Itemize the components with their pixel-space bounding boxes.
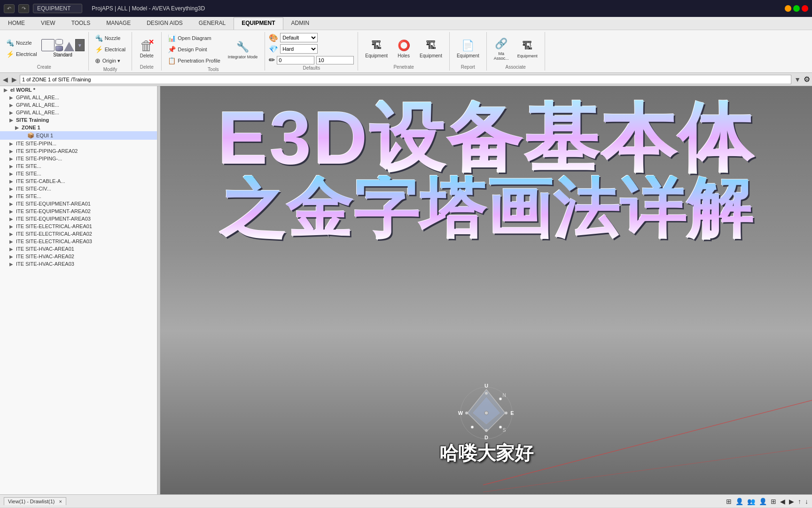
status-person3-icon[interactable]: 👤 [759,498,767,505]
redo-button[interactable]: ↷ [18,4,29,13]
nav-back-button[interactable]: ◀ [2,76,9,83]
tab-design-aids[interactable]: DESIGN AIDS [139,17,191,30]
tree-item-site-civ[interactable]: ▶ITE SITE-CIV... [0,185,157,192]
penetration-profile-button[interactable]: 📋 Penetration Profile [165,56,223,66]
undo-button[interactable]: ↶ [4,4,15,13]
app-dropdown[interactable]: EQUIPMENT [33,4,82,13]
tab-admin[interactable]: ADMIN [283,17,318,30]
tab-general[interactable]: GENERAL [191,17,234,30]
equip-pen-button[interactable]: 🏗 Equipment [362,37,391,60]
tab-manage[interactable]: MANAGE [98,17,139,30]
nav-bar: ◀ ▶ 1 of ZONE 1 of SITE /Training ▼ ⚙ [0,73,812,86]
tree-item-gpwl3[interactable]: ▶GPWL ALL_ARE... [0,109,157,116]
ribbon-content: 🔩 Nozzle ⚡ Electrical [0,30,812,72]
status-grid-icon[interactable]: ⊞ [726,498,732,505]
tab-home[interactable]: HOME [0,17,33,30]
create-group-label: Create [4,64,85,70]
tree-item-site-elec-area02[interactable]: ▶ITE SITE-ELECTRICAL-AREA02 [0,230,157,238]
group-delete: 🗑 ✕ Delete Delete [132,32,162,71]
status-nav2-icon[interactable]: ◀ [780,498,785,505]
close-tab-button[interactable]: × [59,499,62,504]
tree-item-site-equip-area02[interactable]: ▶ITE SITE-EQUIPMENT-AREA02 [0,207,157,215]
integrator-mode-button[interactable]: 🔧 Integrator Mode [225,38,261,61]
tree-item-site-cable-a[interactable]: ▶ITE SITE-CABLE-A... [0,177,157,185]
electrical-create-button[interactable]: ⚡ Electrical [4,49,39,59]
nozzle-create-button[interactable]: 🔩 Nozzle [4,38,39,48]
status-nav3-icon[interactable]: ▶ [789,498,794,505]
hard-icon: 💎 [269,45,278,54]
tree-item-zone1[interactable]: ▶ZONE 1 [0,124,157,131]
tree-item-site-piping2[interactable]: ▶ITE SITE-PIPING-... [0,155,157,162]
nozzle-icon: 🔩 [6,39,14,47]
equip-rep-button[interactable]: 📄 Equipment [453,37,483,60]
tree-item-site-equip-area03[interactable]: ▶ITE SITE-EQUIPMENT-AREA03 [0,215,157,222]
tree-item-label-site-piping2: ITE SITE-PIPING-... [16,156,62,161]
close-button[interactable] [802,5,808,12]
status-person-icon[interactable]: 👤 [735,498,743,505]
tree-item-site-piping-area02[interactable]: ▶ITE SITE-PIPING-AREA02 [0,147,157,155]
tree-item-label-site-piping-area02: ITE SITE-PIPING-AREA02 [16,148,78,154]
tab-equipment[interactable]: EQUIPMENT [234,17,283,30]
status-nav4-icon[interactable]: ↑ [798,498,801,505]
tree-item-label-worl: el WORL * [10,87,35,93]
tree-item-label-site-t1: ITE SITE... [16,163,41,169]
electrical-icon: ⚡ [6,50,14,58]
open-diagram-button[interactable]: 📊 Open Diagram [165,33,223,43]
tree-item-site-training[interactable]: ▶SITE Training [0,116,157,124]
tree-item-site-elec-area03[interactable]: ▶ITE SITE-ELECTRICAL-AREA03 [0,238,157,245]
group-modify: 🔩 Nozzle ⚡ Electrical ⊕ Origin ▾ Modify [89,32,133,71]
tree-item-site-hvac-area01[interactable]: ▶ITE SITE-HVAC-AREA01 [0,245,157,253]
nozzle-mod-button[interactable]: 🔩 Nozzle [93,33,128,43]
title-bar: ↶ ↷ EQUIPMENT ProjAPS | ALL | Model - AV… [0,0,812,17]
delete-button[interactable]: 🗑 ✕ Delete [136,37,157,60]
tree-item-site-hvac-area03[interactable]: ▶ITE SITE-HVAC-AREA03 [0,260,157,268]
tree-item-site-equip-area01[interactable]: ▶ITE SITE-EQUIPMENT-AREA01 [0,200,157,207]
tree-item-site-pipin[interactable]: ▶ITE SITE-PIPIN... [0,140,157,147]
tree-item-gpwl1[interactable]: ▶GPWL ALL_ARE... [0,94,157,101]
tree-item-label-site-hvac-area01: ITE SITE-HVAC-AREA01 [16,246,74,252]
tree-item-icon-equi1: 📦 [27,132,34,139]
tree-item-site-hvac-area02[interactable]: ▶ITE SITE-HVAC-AREA02 [0,253,157,260]
svg-text:W: W [458,410,463,416]
group-report: 📄 Equipment Report [450,32,487,71]
associate-group-label: Associate [491,64,541,70]
pen-val2-input[interactable] [316,56,354,64]
tree-item-label-site-equip-area02: ITE SITE-EQUIPMENT-AREA02 [16,208,91,214]
status-person2-icon[interactable]: 👥 [747,498,755,505]
tree-item-site-elec-area01[interactable]: ▶ITE SITE-ELECTRICAL-AREA01 [0,222,157,230]
tab-view[interactable]: VIEW [33,17,63,30]
equip-assoc-icon: 🏗 [520,39,535,54]
equip-pen2-icon: 🏗 [423,38,438,53]
view-drawlist-tab[interactable]: View(1) - Drawlist(1) × [4,497,66,505]
tree-item-equi1[interactable]: 📦EQUI 1 [0,131,157,140]
status-nav5-icon[interactable]: ↓ [805,498,808,505]
pen-val1-input[interactable] [277,56,314,64]
tab-tools[interactable]: TOOLS [63,17,98,30]
ma-assoc-button[interactable]: 🔗 MaAssoc... [491,35,512,62]
tree-item-label-site-t2: ITE SITE... [16,171,41,176]
equip-assoc-button[interactable]: 🏗 Equipment [514,37,541,60]
default-select[interactable]: Default [280,33,318,42]
hard-select[interactable]: Hard [280,44,318,54]
tree-item-worl[interactable]: ▶el WORL * [0,86,157,94]
nav-settings-icon[interactable]: ⚙ [804,75,810,84]
nav-dropdown-button[interactable]: ▼ [793,76,802,83]
electrical-mod-button[interactable]: ⚡ Electrical [93,44,128,55]
maximize-button[interactable] [793,5,800,12]
origin-icon: ⊕ [95,57,101,64]
tree-item-site-t2[interactable]: ▶ITE SITE... [0,170,157,177]
holes-button[interactable]: ⭕ Holes [393,37,414,60]
tree-item-site-t1[interactable]: ▶ITE SITE... [0,162,157,170]
origin-button[interactable]: ⊕ Origin ▾ [93,56,128,66]
viewport[interactable]: E3D设备基本体 之金字塔画法详解 U E D W N S [160,86,812,494]
group-create: 🔩 Nozzle ⚡ Electrical [0,32,89,71]
tree-item-site-t3[interactable]: ▶ITE SITE... [0,192,157,200]
minimize-button[interactable] [785,5,791,12]
standard-button[interactable]: ▼ Standard [41,39,85,57]
tree-item-gpwl2[interactable]: ▶GPWL ALL_ARE... [0,101,157,109]
design-point-button[interactable]: 📌 Design Point [165,44,223,55]
status-nav1-icon[interactable]: ⊞ [771,498,776,505]
nav-forward-button[interactable]: ▶ [11,76,18,83]
tree-item-label-site-t3: ITE SITE... [16,193,41,199]
equip-pen2-button[interactable]: 🏗 Equipment [416,37,445,60]
